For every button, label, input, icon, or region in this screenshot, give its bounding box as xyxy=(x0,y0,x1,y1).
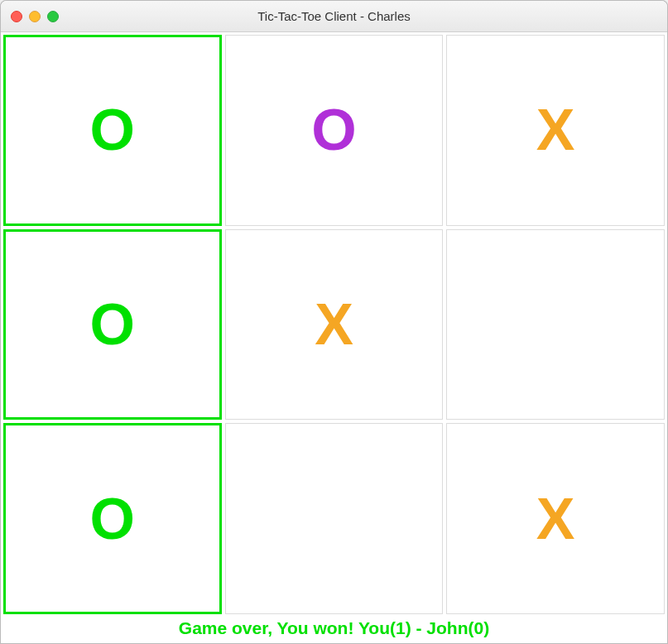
cell-mark: O xyxy=(90,486,135,552)
status-bar: Game over, You won! You(1) - John(0) xyxy=(3,614,665,641)
titlebar[interactable]: Tic-Tac-Toe Client - Charles xyxy=(1,1,667,32)
window-title: Tic-Tac-Toe Client - Charles xyxy=(257,9,411,23)
cell-2-2[interactable]: X xyxy=(446,423,665,614)
cell-0-2[interactable]: X xyxy=(446,35,665,226)
cell-mark: O xyxy=(90,291,135,358)
cell-1-2[interactable] xyxy=(446,229,665,421)
cell-mark: O xyxy=(311,97,356,163)
maximize-button[interactable] xyxy=(47,11,59,22)
cell-mark: O xyxy=(90,97,135,163)
cell-1-1[interactable]: X xyxy=(225,229,444,421)
cell-1-0[interactable]: O xyxy=(3,229,222,421)
cell-2-0[interactable]: O xyxy=(3,423,222,614)
cell-0-1[interactable]: O xyxy=(225,35,444,226)
cell-0-0[interactable]: O xyxy=(3,35,222,226)
game-board: O O X O X O X xyxy=(3,35,665,614)
status-message: Game over, You won! You(1) - John(0) xyxy=(179,618,489,638)
content-area: O O X O X O X Game over, You won! You(1)… xyxy=(1,32,667,643)
minimize-button[interactable] xyxy=(29,11,41,22)
cell-2-1[interactable] xyxy=(225,423,444,614)
traffic-lights xyxy=(11,11,59,22)
cell-mark: X xyxy=(315,291,353,358)
window-frame: Tic-Tac-Toe Client - Charles O O X O X O… xyxy=(0,0,668,644)
cell-mark: X xyxy=(536,97,575,163)
cell-mark: X xyxy=(536,486,575,552)
close-button[interactable] xyxy=(11,11,22,22)
